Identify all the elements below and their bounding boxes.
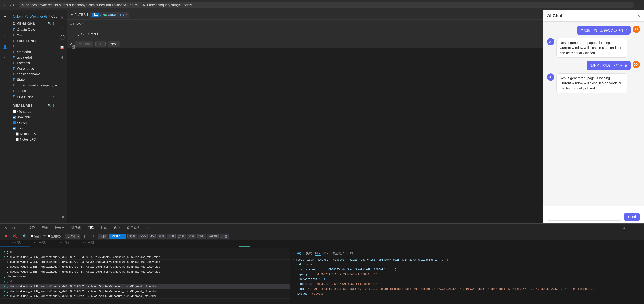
devtools-download-icon[interactable]: ⬇ (90, 234, 96, 239)
dt-tag-js[interactable]: JS (148, 234, 156, 239)
breadcrumb-loads[interactable]: loads (40, 14, 48, 18)
dim-item-vessel-eta[interactable]: T vessel_eta ··· ▾ (10, 94, 57, 99)
dt-tag-img[interactable]: Img (167, 234, 176, 239)
log-entry-2[interactable]: ⊘ grid?cube=Cube_WEEK_Forecast&query_id=… (0, 255, 290, 260)
ai-chat-close-button[interactable]: × (638, 13, 640, 18)
dt-tab-welcome[interactable]: 欢迎 (26, 225, 38, 231)
url-bar[interactable]: cube-tech.privax-results-ai-test.duancha… (19, 2, 634, 8)
dim-item-forecast[interactable]: T Forecast (10, 60, 57, 66)
log-entry-1[interactable]: ⊘ grid (0, 250, 290, 255)
measures-search-icon[interactable]: 🔍 (48, 104, 52, 108)
dim-item-warehouse[interactable]: T Warehouse (10, 66, 57, 71)
dt-tag-all[interactable]: 全部 (98, 234, 108, 239)
dt-tag-manifest[interactable]: 清单 (187, 234, 196, 239)
dt-tab-console[interactable]: 控制台 (52, 225, 67, 231)
preserve-log-checkbox[interactable] (31, 235, 33, 237)
detail-tab-发起程序[interactable]: 发起程序 (332, 251, 344, 256)
search-icon[interactable]: 🔍 (48, 21, 52, 26)
dim-item-status[interactable]: T status (10, 88, 57, 94)
viz-tool-settings[interactable]: ⚙ (59, 54, 66, 61)
detail-tab-close[interactable]: ✕ (293, 251, 294, 256)
dt-tab-application[interactable]: 应用程序 (124, 225, 143, 231)
devtools-help-icon[interactable]: ? (628, 225, 634, 231)
log-entry-5[interactable]: ⊘ grid?cube=Cube_WEEK_Forecast&query_id=… (0, 269, 290, 274)
dt-tag-ws[interactable]: WS (198, 234, 206, 239)
dim-item-create-date[interactable]: T Create Date (10, 27, 57, 32)
sidebar-icon-settings[interactable]: ☰ (2, 34, 8, 40)
dt-tab-network[interactable]: 网络 (85, 225, 97, 231)
sidebar-icon-mail[interactable]: ✉ (2, 54, 8, 61)
measure-pct-change-checkbox[interactable] (13, 110, 16, 113)
dt-tag-font[interactable]: 字体 (157, 234, 166, 239)
detail-tab-标头[interactable]: 标头 (297, 251, 303, 256)
dim-item-id[interactable]: T _id (10, 44, 57, 49)
dt-tab-memory[interactable]: 内存 (111, 225, 123, 231)
viz-tool-chart[interactable]: 📊 (59, 44, 66, 51)
dt-tag-fetch-xhr[interactable]: Fetch/XHR (109, 234, 126, 239)
devtools-upload-icon[interactable]: ⬆ (82, 234, 88, 239)
dt-tag-media[interactable]: 媒体 (176, 234, 186, 239)
sidebar-icon-home[interactable]: ⌂ (2, 13, 8, 20)
measure-notes-lfd[interactable]: Notes LFD (10, 137, 57, 142)
detail-expand-icon[interactable]: ▶ (293, 258, 294, 261)
throttle-select[interactable]: 无限制 慢速3G 快速3G (65, 234, 80, 239)
detail-tab-计时[interactable]: 计时 (347, 251, 353, 256)
viz-tool-table[interactable]: ⊞ (59, 13, 66, 21)
dim-item-state[interactable]: T State (10, 77, 57, 82)
ai-send-button[interactable]: Send (624, 213, 640, 220)
prev-button[interactable]: Previous (75, 41, 94, 47)
log-entry-3[interactable]: ⊘ grid?cube=Cube_WEEK_Forecast&query_id=… (0, 260, 290, 265)
log-entry-6[interactable]: ⊘ grid (0, 279, 290, 284)
dt-tag-wasm[interactable]: Wasm (207, 234, 219, 239)
dt-tag-other[interactable]: 其他 (220, 234, 229, 239)
devtools-clear-icon[interactable]: 🚫 (12, 234, 19, 239)
devtools-detach-icon[interactable]: ⊞ (635, 225, 641, 231)
viz-tool-bar[interactable]: ↕ (59, 23, 66, 31)
sidebar-icon-layers[interactable]: ⊞ (2, 23, 8, 30)
dt-tab-sources[interactable]: 源代码 (69, 225, 84, 231)
detail-data-expand[interactable]: ▶ {query_id: "0b080754-9d2f-4b2f-a9a3-df… (306, 268, 396, 271)
page-number-input[interactable]: 1 (96, 41, 106, 47)
devtools-more-icon[interactable]: ⋮ (18, 225, 24, 231)
viz-tool-collapse-panel[interactable]: ◀ (59, 213, 66, 220)
measure-available[interactable]: Available (10, 115, 57, 120)
measure-on-ship-checkbox[interactable] (13, 121, 16, 124)
filter-tag-1[interactable]: 1:1 AND State in NJ × (90, 12, 129, 18)
log-entry-chat[interactable]: ⊘ chat-messages (0, 274, 290, 279)
measure-notes-eta[interactable]: Notes ETA (10, 131, 57, 137)
dim-item-consigneeinfo[interactable]: T consigneeinfo_company_name (10, 82, 57, 88)
devtools-dock-icon[interactable]: ⊡ (10, 225, 16, 231)
dim-item-week-of-year[interactable]: T Week of Year (10, 38, 57, 44)
detail-tab-编码[interactable]: 编码 (324, 251, 330, 256)
detail-tab-响应[interactable]: 响应 (315, 251, 321, 256)
dt-tag-doc[interactable]: 文件 (128, 234, 137, 239)
sidebar-icon-user[interactable]: 👤 (2, 44, 8, 50)
devtools-record-icon[interactable]: ⏺ (3, 234, 10, 239)
measure-notes-eta-checkbox[interactable] (16, 133, 18, 136)
log-entry-4[interactable]: ⊘ grid?cube=Cube_WEEK_Forecast&query_id=… (0, 265, 290, 269)
dim-item-year[interactable]: T Year (10, 32, 57, 38)
detail-tab-负载[interactable]: 负载 (306, 251, 312, 256)
dt-tag-css[interactable]: CSS (138, 234, 148, 239)
ai-chat-input[interactable] (547, 209, 622, 220)
disable-cache-checkbox[interactable] (48, 235, 50, 237)
devtools-settings-icon[interactable]: ⚙ (621, 225, 627, 231)
log-entry-9[interactable]: ⊘ grid?cube=Cube_WEEK_Forecast&query_id=… (0, 294, 290, 299)
dim-item-updatedat[interactable]: T updatedat (10, 55, 57, 60)
measure-notes-lfd-checkbox[interactable] (16, 138, 18, 141)
measure-total[interactable]: Total (10, 126, 57, 131)
dim-item-consigneename[interactable]: T consigneename (10, 71, 57, 77)
measure-pct-change[interactable]: %change (10, 109, 57, 115)
breadcrumb-portpro[interactable]: PortPro (24, 14, 36, 18)
dt-tab-performance[interactable]: 性能 (98, 225, 110, 231)
measure-total-checkbox[interactable] (13, 127, 16, 130)
measure-available-checkbox[interactable] (13, 116, 16, 119)
next-button[interactable]: Next (108, 41, 120, 47)
breadcrumb-cube[interactable]: Cube (13, 14, 21, 18)
dt-tab-more[interactable]: + (144, 225, 151, 231)
devtools-filter-icon[interactable]: 🔍 (21, 234, 29, 239)
log-entry-7[interactable]: ⊘ grid?cube=Cube_WEEK_Forecast&query_id=… (0, 284, 290, 289)
devtools-close-icon[interactable]: ✕ (3, 225, 9, 231)
log-entry-8[interactable]: ⊘ grid?cube=Cube_WEEK_Forecast&query_id=… (0, 289, 290, 294)
filter-close-icon[interactable]: × (126, 13, 128, 16)
